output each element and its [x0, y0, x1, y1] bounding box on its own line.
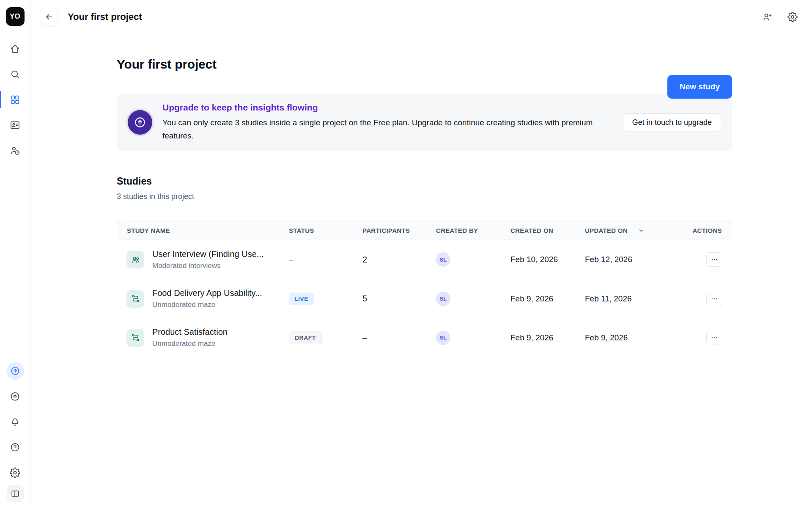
col-study-name: STUDY NAME [117, 227, 289, 234]
help-icon [10, 442, 20, 453]
maze-route-icon [131, 294, 140, 304]
sidebar-item-help[interactable] [0, 434, 30, 460]
table-row[interactable]: Product Satisfaction Unmoderated maze DR… [117, 318, 732, 357]
upgrade-banner-body: You can only create 3 studies inside a s… [162, 116, 613, 142]
sidebar: YO [0, 0, 30, 508]
col-updated-on-label: UPDATED ON [585, 227, 628, 234]
col-created-on: CREATED ON [510, 227, 585, 234]
back-button[interactable] [40, 8, 58, 26]
page-title: Your first project [117, 57, 732, 72]
studies-heading: Studies [117, 176, 732, 187]
upgrade-banner-title: Upgrade to keep the insights flowing [162, 102, 613, 113]
maze-route-icon [131, 333, 140, 342]
settings-gear-icon [10, 467, 20, 478]
created-on-date: Feb 10, 2026 [510, 255, 558, 264]
sidebar-item-settings[interactable] [0, 460, 30, 485]
col-status: STATUS [289, 227, 362, 234]
sidebar-bottom-group [0, 358, 30, 508]
study-name-cell: User Interview (Finding Use... Moderated… [117, 249, 289, 270]
study-name[interactable]: Food Delivery App Usability... [152, 288, 262, 298]
new-study-button[interactable]: New study [667, 75, 732, 99]
top-header: Your first project [30, 0, 812, 34]
study-type-badge [126, 290, 144, 308]
sidebar-item-whats-new[interactable] [0, 384, 30, 409]
participants-count: 5 [362, 294, 367, 303]
sidebar-item-notifications[interactable] [0, 409, 30, 434]
row-actions-button[interactable] [706, 252, 722, 267]
study-type-badge [126, 251, 144, 268]
study-type-badge [126, 329, 144, 347]
col-created-by: CREATED BY [436, 227, 510, 234]
collapse-sidebar-button[interactable] [7, 485, 24, 502]
status-badge-live: LIVE [289, 293, 314, 305]
participants-count: 2 [362, 255, 367, 264]
ellipsis-icon [710, 295, 718, 303]
user-plus-icon [762, 12, 772, 22]
payouts-icon [10, 145, 20, 156]
updated-on-date: Feb 9, 2026 [585, 333, 628, 342]
upgrade-icon [10, 366, 20, 376]
sidebar-item-home[interactable] [0, 36, 30, 61]
studies-count: 3 studies in this project [117, 192, 732, 201]
ellipsis-icon [710, 334, 718, 342]
study-name[interactable]: Product Satisfaction [152, 327, 228, 337]
main-content: Your first project New study Upgrade to … [30, 0, 812, 357]
study-name-cell: Product Satisfaction Unmoderated maze [117, 327, 289, 348]
col-updated-on[interactable]: UPDATED ON [585, 227, 675, 234]
study-type: Unmoderated maze [152, 340, 228, 348]
creator-avatar: SL [436, 331, 450, 345]
whats-new-icon [10, 391, 20, 402]
creator-avatar: SL [436, 252, 450, 267]
study-name[interactable]: User Interview (Finding Use... [152, 249, 263, 259]
workspace-logo[interactable]: YO [6, 7, 25, 26]
updated-on-date: Feb 12, 2026 [585, 255, 632, 264]
table-row[interactable]: Food Delivery App Usability... Unmoderat… [117, 279, 732, 318]
table-row[interactable]: User Interview (Finding Use... Moderated… [117, 240, 732, 279]
row-actions-button[interactable] [706, 292, 722, 306]
sidebar-item-payouts[interactable] [0, 138, 30, 163]
study-type: Moderated interviews [152, 262, 263, 270]
collapse-sidebar-icon [11, 489, 20, 498]
projects-grid-icon [10, 94, 20, 105]
ellipsis-icon [710, 256, 718, 263]
project-settings-button[interactable] [787, 12, 798, 22]
invite-member-button[interactable] [762, 12, 772, 22]
gear-icon [787, 12, 798, 22]
arrow-left-icon [44, 12, 54, 22]
col-participants: PARTICIPANTS [362, 227, 436, 234]
created-on-date: Feb 9, 2026 [510, 333, 553, 342]
sidebar-item-upgrade[interactable] [0, 358, 30, 384]
get-in-touch-button[interactable]: Get in touch to upgrade [623, 113, 721, 131]
people-icon [131, 255, 140, 265]
notifications-bell-icon [10, 417, 20, 427]
status-value: – [289, 255, 294, 264]
header-actions [762, 12, 800, 22]
study-type: Unmoderated maze [152, 301, 262, 309]
upgrade-banner-text: Upgrade to keep the insights flowing You… [162, 102, 613, 142]
header-project-title: Your first project [68, 11, 142, 22]
participants-icon [10, 120, 20, 130]
sidebar-item-search[interactable] [0, 61, 30, 87]
sort-chevron-down-icon [638, 227, 645, 234]
status-badge-draft: DRAFT [289, 331, 322, 344]
created-on-date: Feb 9, 2026 [510, 294, 553, 303]
row-actions-button[interactable] [706, 331, 722, 345]
upgrade-banner-badge [128, 110, 152, 135]
creator-avatar: SL [436, 292, 450, 306]
sidebar-item-projects[interactable] [0, 87, 30, 112]
home-icon [10, 44, 20, 54]
study-name-cell: Food Delivery App Usability... Unmoderat… [117, 288, 289, 309]
updated-on-date: Feb 11, 2026 [585, 294, 632, 303]
upgrade-banner: Upgrade to keep the insights flowing You… [117, 94, 732, 151]
upgrade-chip [6, 362, 24, 380]
arrow-up-circle-icon [134, 116, 146, 129]
col-actions: ACTIONS [675, 227, 732, 234]
sidebar-item-participants[interactable] [0, 112, 30, 138]
participants-count: – [362, 333, 367, 342]
table-header-row: STUDY NAME STATUS PARTICIPANTS CREATED B… [117, 221, 732, 240]
search-icon [10, 69, 20, 80]
studies-table: STUDY NAME STATUS PARTICIPANTS CREATED B… [117, 221, 732, 357]
